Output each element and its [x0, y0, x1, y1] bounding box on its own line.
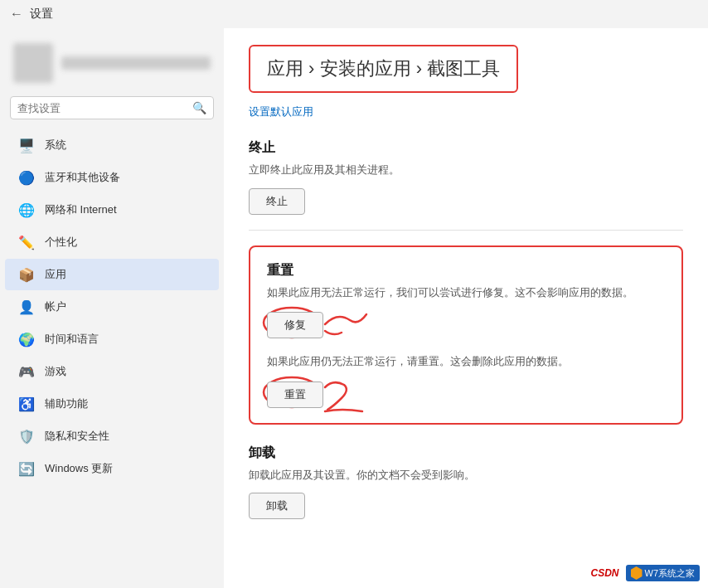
reset-section: 重置 如果此应用无法正常运行，我们可以尝试进行修复。这不会影响应用的数据。 修复… [249, 245, 683, 425]
nav-label-accessibility: 辅助功能 [45, 396, 88, 411]
csdn-logo: CSDN [590, 567, 618, 579]
repair-desc: 如果此应用无法正常运行，我们可以尝试进行修复。这不会影响应用的数据。 [267, 284, 665, 301]
accounts-icon: 👤 [18, 299, 35, 315]
back-icon[interactable]: ← [10, 7, 23, 22]
breadcrumb-box: 应用 › 安装的应用 › 截图工具 [249, 45, 518, 93]
nav-label-network: 网络和 Internet [45, 202, 117, 217]
nav-item-apps[interactable]: 📦 应用 [5, 259, 219, 290]
nav-label-apps: 应用 [45, 267, 66, 282]
reset-button[interactable]: 重置 [267, 381, 323, 408]
top-bar: ← 设置 [0, 0, 708, 28]
default-app-link[interactable]: 设置默认应用 [249, 104, 683, 119]
w7-logo: W7系统之家 [626, 565, 701, 581]
uninstall-section: 卸载 卸载此应用及其设置。你的文档不会受到影响。 卸载 [249, 445, 683, 520]
shield-icon [631, 566, 643, 580]
content-area: 应用 › 安装的应用 › 截图工具 设置默认应用 终止 立即终止此应用及其相关进… [224, 28, 708, 588]
nav-item-network[interactable]: 🌐 网络和 Internet [5, 194, 219, 226]
nav-label-gaming: 游戏 [45, 364, 66, 379]
user-name-blur [61, 56, 211, 70]
nav-item-gaming[interactable]: 🎮 游戏 [5, 356, 219, 387]
gaming-icon: 🎮 [18, 363, 35, 380]
accessibility-icon: ♿ [18, 396, 35, 412]
sidebar: 🔍 🖥️ 系统 🔵 蓝牙和其他设备 🌐 网络和 Internet ✏️ 个性化 … [0, 28, 224, 588]
search-box[interactable]: 🔍 [10, 96, 214, 119]
terminate-title: 终止 [249, 139, 683, 157]
nav-label-bluetooth: 蓝牙和其他设备 [45, 170, 120, 185]
uninstall-title: 卸载 [249, 445, 683, 462]
terminate-section: 终止 立即终止此应用及其相关进程。 终止 [249, 139, 683, 215]
privacy-icon: 🛡️ [18, 428, 35, 445]
repair-annotation-scribble [321, 308, 371, 341]
system-icon: 🖥️ [18, 137, 35, 153]
nav-item-accounts[interactable]: 👤 帐户 [5, 291, 219, 323]
apps-icon: 📦 [18, 266, 35, 283]
nav-label-privacy: 隐私和安全性 [45, 429, 109, 444]
time-icon: 🌍 [18, 331, 35, 347]
nav-label-personalization: 个性化 [45, 235, 77, 250]
reset-annotation-scribble [321, 375, 379, 416]
uninstall-desc: 卸载此应用及其设置。你的文档不会受到影响。 [249, 467, 683, 484]
uninstall-button[interactable]: 卸载 [249, 493, 305, 519]
terminate-desc: 立即终止此应用及其相关进程。 [249, 162, 683, 178]
avatar [13, 43, 53, 83]
repair-button[interactable]: 修复 [267, 312, 323, 338]
bluetooth-icon: 🔵 [18, 169, 35, 186]
breadcrumb: 应用 › 安装的应用 › 截图工具 [267, 58, 500, 79]
personalization-icon: ✏️ [18, 234, 35, 250]
settings-title: 设置 [30, 7, 53, 22]
search-icon: 🔍 [192, 101, 206, 114]
nav-label-time: 时间和语言 [45, 332, 99, 347]
main-layout: 🔍 🖥️ 系统 🔵 蓝牙和其他设备 🌐 网络和 Internet ✏️ 个性化 … [0, 28, 708, 588]
reset-title: 重置 [267, 262, 665, 279]
divider-1 [249, 230, 683, 231]
nav-item-time[interactable]: 🌍 时间和语言 [5, 323, 219, 355]
nav-item-privacy[interactable]: 🛡️ 隐私和安全性 [5, 420, 219, 452]
nav-item-bluetooth[interactable]: 🔵 蓝牙和其他设备 [5, 162, 219, 193]
search-input[interactable] [17, 102, 187, 114]
terminate-button[interactable]: 终止 [249, 188, 305, 215]
nav-label-system: 系统 [45, 138, 66, 153]
user-profile[interactable] [0, 36, 224, 96]
nav-item-update[interactable]: 🔄 Windows 更新 [5, 453, 219, 484]
nav-label-accounts: 帐户 [45, 299, 66, 314]
nav-item-accessibility[interactable]: ♿ 辅助功能 [5, 388, 219, 420]
nav-item-system[interactable]: 🖥️ 系统 [5, 129, 219, 161]
bottom-logos: CSDN W7系统之家 [590, 565, 700, 581]
update-icon: 🔄 [18, 460, 35, 477]
network-icon: 🌐 [18, 202, 35, 218]
w7-text: W7系统之家 [645, 567, 696, 580]
nav-item-personalization[interactable]: ✏️ 个性化 [5, 226, 219, 258]
reset-desc: 如果此应用仍无法正常运行，请重置。这会删除此应用的数据。 [267, 353, 665, 370]
nav-label-update: Windows 更新 [45, 461, 113, 476]
